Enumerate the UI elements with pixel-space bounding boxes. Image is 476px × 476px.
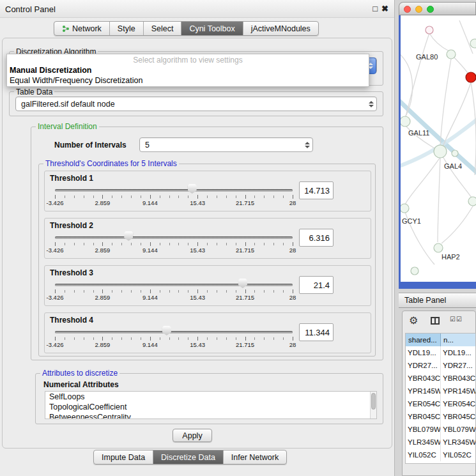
slider-track[interactable] — [55, 284, 293, 286]
attribute-list-item[interactable]: SelfLoops — [45, 392, 376, 402]
network-node[interactable] — [401, 116, 410, 127]
cell-name[interactable]: YDR27... — [441, 359, 475, 372]
threshold-value-field[interactable] — [299, 229, 334, 247]
table-panel-header[interactable]: Table Panel — [399, 293, 476, 308]
updown-arrows-icon[interactable] — [305, 142, 310, 148]
attributes-group-label: Attributes to discretize — [40, 369, 119, 378]
threshold-value-field[interactable] — [299, 181, 334, 199]
network-node[interactable] — [401, 204, 409, 213]
scale-label: -3.426 — [47, 247, 64, 254]
cell-shared-name[interactable]: YBR043C — [406, 372, 441, 385]
scale-tick — [197, 195, 198, 199]
scale-tick — [55, 337, 56, 341]
slider-thumb[interactable] — [162, 326, 171, 335]
close-button[interactable] — [404, 6, 411, 13]
cell-shared-name[interactable]: YDL19... — [406, 346, 441, 359]
table-row[interactable]: YBR043CYBR043C — [406, 372, 475, 385]
slider-track[interactable] — [55, 331, 293, 334]
slider-track[interactable] — [55, 236, 293, 239]
threshold-label: Threshold 4 — [50, 316, 93, 325]
tab-label: Style — [118, 24, 135, 33]
attribute-list-item[interactable]: TopologicalCoefficient — [45, 402, 376, 412]
network-node[interactable] — [468, 197, 476, 206]
dropdown-option-manual-discretization[interactable]: Manual Discretization — [10, 66, 92, 75]
slider-thumb[interactable] — [188, 184, 197, 194]
cell-shared-name[interactable]: YLR345W — [406, 436, 441, 449]
panel-title: Control Panel — [5, 4, 56, 14]
table-row[interactable]: YIL052CYIL052C — [406, 449, 475, 461]
threshold-value-field[interactable] — [299, 276, 334, 294]
cell-shared-name[interactable]: YER054C — [406, 397, 441, 410]
table-row[interactable]: YBL079WYBL079W — [406, 423, 475, 436]
tab-style[interactable]: Style — [110, 22, 144, 35]
scale-label: 9.144 — [142, 199, 158, 206]
table-row[interactable]: YBR045CYBR045C — [406, 410, 475, 423]
cell-shared-name[interactable]: YIL052C — [406, 449, 441, 461]
number-of-intervals-combo[interactable]: 5 — [139, 137, 313, 152]
threshold-value-field[interactable] — [299, 323, 334, 341]
table-row[interactable]: YPR145WYPR145W — [406, 385, 475, 397]
list-scrollbar[interactable] — [370, 392, 376, 418]
table-data-group-label: Table Data — [14, 88, 54, 96]
cell-name[interactable]: YBR043C — [441, 372, 475, 385]
table-row[interactable]: YLR345WYLR345W — [406, 436, 475, 449]
scale-tick — [150, 242, 151, 246]
minimize-button[interactable] — [415, 6, 422, 13]
cell-name[interactable]: YPR145W — [441, 385, 475, 397]
zoom-button[interactable] — [427, 6, 434, 13]
gear-icon[interactable]: ⚙ — [409, 314, 418, 326]
slider-track[interactable] — [55, 189, 293, 192]
dropdown-option-equal-width[interactable]: Equal Width/Frequency Discretization — [10, 76, 142, 85]
cell-name[interactable]: YBR045C — [441, 410, 475, 423]
float-window-icon[interactable]: □ — [372, 4, 378, 13]
table-row[interactable]: YER054CYER054C — [406, 397, 475, 410]
scale-tick — [245, 289, 246, 293]
network-node[interactable] — [411, 267, 418, 275]
column-header-shared-name[interactable]: shared... — [406, 334, 441, 346]
cell-name[interactable]: YLR345W — [441, 436, 475, 449]
attribute-list-item[interactable]: BetweennessCentrality — [45, 412, 376, 419]
table-row[interactable]: YDR27...YDR27... — [406, 359, 475, 372]
network-node[interactable] — [470, 39, 476, 48]
cell-name[interactable]: YDL19... — [441, 346, 475, 359]
tab-network[interactable]: Network — [54, 22, 110, 35]
column-header-name[interactable]: n... — [441, 334, 475, 346]
tab-discretize-data[interactable]: Discretize Data — [153, 450, 224, 464]
cell-name[interactable]: YBL079W — [441, 423, 475, 436]
tab-select[interactable]: Select — [144, 22, 182, 35]
network-node[interactable] — [426, 26, 433, 34]
tab-impute-data[interactable]: Impute Data — [94, 450, 153, 464]
network-node[interactable] — [447, 50, 456, 59]
network-node-selected[interactable] — [466, 72, 476, 82]
dropdown-placeholder-option[interactable]: Select algorithm to view settings — [7, 56, 369, 65]
updown-arrows-icon[interactable] — [369, 101, 374, 107]
cell-shared-name[interactable]: YBL079W — [406, 423, 441, 436]
cell-shared-name[interactable]: YPR145W — [406, 385, 441, 397]
tab-cyni-toolbox[interactable]: Cyni Toolbox — [181, 22, 243, 35]
network-node[interactable] — [434, 243, 443, 252]
network-window-titlebar — [399, 2, 476, 15]
checkboxes-icon[interactable]: ☑☑ — [450, 316, 463, 323]
table-row[interactable]: YDL19...YDL19... — [406, 346, 475, 359]
scale-tick — [150, 195, 151, 199]
tab-jactivemnodules[interactable]: jActiveMNodules — [243, 22, 318, 35]
network-node[interactable] — [434, 145, 447, 158]
cell-name[interactable]: YER054C — [441, 397, 475, 410]
apply-button[interactable]: Apply — [173, 429, 212, 442]
scrollbar-thumb[interactable] — [371, 393, 376, 410]
table-data-combo[interactable]: galFiltered.sif default node — [15, 96, 377, 111]
cell-shared-name[interactable]: YDR27... — [406, 359, 441, 372]
node-table: shared... n... YDL19...YDL19...YDR27...Y… — [405, 333, 476, 464]
columns-icon[interactable] — [431, 317, 440, 325]
network-view-window: GAL80 GAL11 GAL4 GCY1 HAP2 — [399, 2, 476, 289]
network-node[interactable] — [452, 150, 458, 157]
cell-shared-name[interactable]: YBR045C — [406, 410, 441, 423]
cell-name[interactable]: YIL052C — [441, 449, 475, 461]
tab-label: jActiveMNodules — [251, 24, 311, 33]
slider-tick-marks — [55, 290, 293, 293]
slider-thumb[interactable] — [238, 279, 247, 288]
network-canvas[interactable]: GAL80 GAL11 GAL4 GCY1 HAP2 — [399, 15, 476, 282]
tab-infer-network[interactable]: Infer Network — [224, 450, 286, 464]
close-icon[interactable]: ✖ — [381, 4, 388, 13]
slider-thumb[interactable] — [124, 231, 133, 241]
